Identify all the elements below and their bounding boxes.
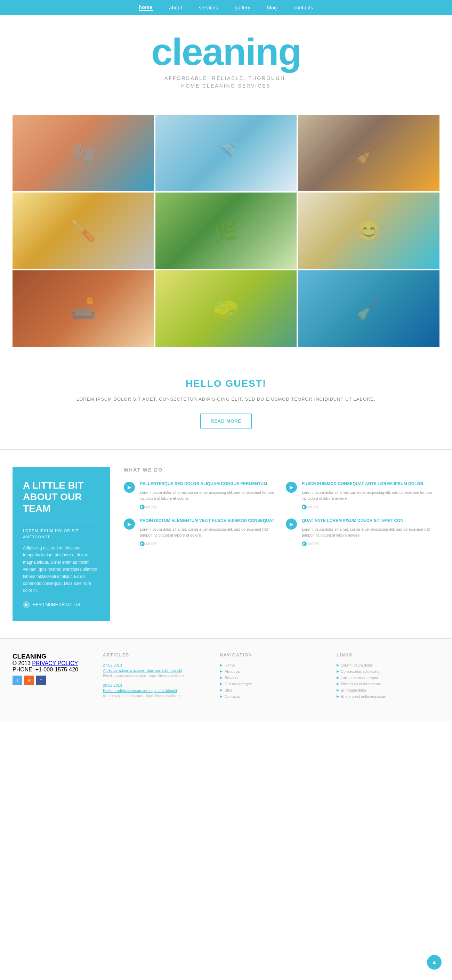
footer-nav-about[interactable]: ▶About us (220, 669, 323, 673)
service-content-4: QUAT ANTE LOREM IPSUM DOLOR SIT AMET CON… (302, 518, 439, 546)
about-subtitle: LOREM IPSUM DOLOR SIT AMETCONST (23, 528, 99, 540)
service-content-3: PROIN DICTUM ELEMENTUM VELIT FUSCE EUISM… (140, 518, 277, 546)
facebook-button[interactable]: f (36, 676, 46, 685)
what-we-do-heading: WHAT WE DO (124, 467, 439, 473)
site-footer: CLEANING © 2013 PRIVACY POLICY PHONE: +1… (0, 638, 452, 721)
footer-link-1[interactable]: ▶Lorem ipsum dolor (337, 663, 439, 667)
more-dot-icon: ▶ (140, 504, 145, 509)
about-right-panel: WHAT WE DO ▶ PELLENTESQUE SED DOLOR ALIQ… (124, 467, 439, 620)
footer-nav-advantages[interactable]: ▶Our advantages (220, 682, 323, 686)
article-title-1[interactable]: At lectus adipislamcorper duismon nibh b… (103, 668, 206, 673)
gallery-item[interactable] (155, 270, 297, 347)
service-more-2[interactable]: ▶ MORE (302, 504, 439, 509)
rss-button[interactable]: R (24, 676, 34, 685)
gallery-item[interactable] (13, 270, 154, 347)
article-date-2: 20.02.2013 (103, 683, 206, 687)
footer-brand: CLEANING © 2013 PRIVACY POLICY PHONE: +1… (13, 653, 89, 703)
service-item-4: ▶ QUAT ANTE LOREM IPSUM DOLOR SIT AMET C… (286, 518, 439, 546)
gallery-item[interactable] (13, 192, 154, 269)
links-heading: LINKS (337, 653, 439, 657)
article-date-1: 27.02.2013 (103, 663, 206, 667)
nav-about[interactable]: about (169, 5, 183, 10)
footer-links: LINKS ▶Lorem ipsum dolor ▶Consectetur ad… (337, 653, 439, 703)
privacy-link[interactable]: PRIVACY POLICY (32, 660, 78, 666)
footer-nav-list: ▶Home ▶About us ▶Services ▶Our advantage… (220, 663, 323, 698)
read-more-button[interactable]: READ MORE (200, 414, 252, 428)
footer-link-6[interactable]: ▶Et enim est nulla adipiscan (337, 694, 439, 698)
service-content-1: PELLENTESQUE SED DOLOR ALIQUAM CONGUE FE… (140, 481, 277, 509)
article-desc-2: blandit saqua moderaiquis aliquis libero… (103, 693, 206, 698)
service-icon-4: ▶ (286, 519, 297, 530)
service-title-3: PROIN DICTUM ELEMENTUM VELIT FUSCE EUISM… (140, 518, 277, 524)
article-title-2[interactable]: Fuctum adipislamosae cerci qui nibh blan… (103, 689, 206, 693)
service-body-4: Lorem ipsum dolor sit amet, conse etuer … (302, 527, 439, 539)
footer-nav-services[interactable]: ▶Services (220, 676, 323, 680)
service-body-2: Lorem ipsum dolor sit amet, con etuer ad… (302, 490, 439, 502)
gallery-item[interactable] (13, 115, 154, 191)
article-item-1: 27.02.2013 At lectus adipislamcorper dui… (103, 663, 206, 678)
footer-nav-contacts[interactable]: ▶Contacts (220, 694, 323, 698)
footer-link-4[interactable]: ▶Bibendum ut laborseere (337, 682, 439, 686)
service-icon-1: ▶ (124, 482, 135, 493)
gallery-item[interactable] (298, 270, 439, 347)
tagline: AFFORDABLE. RELIABLE. THOROUGH. HOME CLE… (7, 74, 445, 90)
nav-contacts[interactable]: contacts (294, 5, 313, 10)
service-item-2: ▶ FUSCE EUISMOD CONSEQUAT ANTE LOREM IPS… (286, 481, 439, 509)
service-content-2: FUSCE EUISMOD CONSEQUAT ANTE LOREM IPSUM… (302, 481, 439, 509)
service-title-4: QUAT ANTE LOREM IPSUM DOLOR SIT AMET CON (302, 518, 439, 524)
service-body-1: Lorem ipsum dolor sit amet, conse etuer … (140, 490, 277, 502)
more-dot-icon: ▶ (140, 541, 145, 546)
gallery-item[interactable] (298, 192, 439, 269)
service-more-3[interactable]: ▶ MORE (140, 541, 277, 546)
about-section: A LITTLE BIT ABOUT OUR TEAM LOREM IPSUM … (0, 450, 452, 638)
service-item-1: ▶ PELLENTESQUE SED DOLOR ALIQUAM CONGUE … (124, 481, 277, 509)
article-desc-1: Blandit saqua modernaliquis aliquis libe… (103, 673, 206, 678)
service-item-3: ▶ PROIN DICTUM ELEMENTUM VELIT FUSCE EUI… (124, 518, 277, 546)
footer-navigation: NAVIGATION ▶Home ▶About us ▶Services ▶Ou… (220, 653, 323, 703)
arrow-icon: ▶ (23, 601, 30, 608)
service-icon-3: ▶ (124, 519, 135, 530)
about-read-more-button[interactable]: ▶ READ MORE ABOUT US (23, 601, 99, 608)
footer-brand-name: CLEANING (13, 653, 89, 660)
more-dot-icon: ▶ (302, 504, 307, 509)
hello-text: LOREM IPSUM DOLOR SIT AMET, CONSECTETUR … (70, 396, 382, 403)
main-nav: home about services gallery blog contact… (0, 0, 452, 15)
about-heading: A LITTLE BIT ABOUT OUR TEAM (23, 480, 99, 515)
more-dot-icon: ▶ (302, 541, 307, 546)
article-item-2: 20.02.2013 Fuctum adipislamosae cerci qu… (103, 683, 206, 698)
footer-nav-blog[interactable]: ▶Blog (220, 688, 323, 692)
nav-blog[interactable]: blog (267, 5, 277, 10)
gallery-item[interactable] (155, 115, 297, 191)
footer-link-3[interactable]: ▶Lorem acoreet tempor (337, 676, 439, 680)
nav-home[interactable]: home (139, 5, 152, 11)
hello-section: HELLO GUEST! LOREM IPSUM DOLOR SIT AMET,… (0, 357, 452, 450)
gallery-item[interactable] (155, 192, 297, 269)
service-title-1: PELLENTESQUE SED DOLOR ALIQUAM CONGUE FE… (140, 481, 277, 487)
footer-articles: ARTICLES 27.02.2013 At lectus adipislamc… (103, 653, 206, 703)
footer-nav-home[interactable]: ▶Home (220, 663, 323, 667)
footer-links-list: ▶Lorem ipsum dolor ▶Consectetur adipisci… (337, 663, 439, 698)
service-body-3: Lorem ipsum dolor sit amet, conse etuer … (140, 527, 277, 539)
articles-heading: ARTICLES (103, 653, 206, 657)
footer-copyright: © 2013 PRIVACY POLICY PHONE: +1-000-1575… (13, 660, 89, 673)
about-left-panel: A LITTLE BIT ABOUT OUR TEAM LOREM IPSUM … (13, 467, 110, 620)
footer-social: T R f (13, 676, 89, 685)
service-icon-2: ▶ (286, 482, 297, 493)
twitter-button[interactable]: T (13, 676, 22, 685)
site-header: cleaning AFFORDABLE. RELIABLE. THOROUGH.… (0, 15, 452, 104)
nav-gallery[interactable]: gallery (235, 5, 250, 10)
service-more-4[interactable]: ▶ MORE (302, 541, 439, 546)
photo-gallery (13, 115, 439, 347)
hello-heading: HELLO GUEST! (70, 378, 382, 389)
service-more-1[interactable]: ▶ MORE (140, 504, 277, 509)
footer-link-2[interactable]: ▶Consectetur adipiscing (337, 669, 439, 673)
footer-grid: CLEANING © 2013 PRIVACY POLICY PHONE: +1… (13, 653, 439, 703)
footer-link-5[interactable]: ▶Et magna iblue (337, 688, 439, 692)
navigation-heading: NAVIGATION (220, 653, 323, 657)
gallery-item[interactable] (298, 115, 439, 191)
about-body: Adipiscing est, sed do eiusmod temporinc… (23, 544, 99, 594)
brand-logo: cleaning (7, 33, 445, 71)
services-grid: ▶ PELLENTESQUE SED DOLOR ALIQUAM CONGUE … (124, 481, 439, 546)
nav-services[interactable]: services (199, 5, 218, 10)
service-title-2: FUSCE EUISMOD CONSEQUAT ANTE LOREM IPSUM… (302, 481, 439, 487)
